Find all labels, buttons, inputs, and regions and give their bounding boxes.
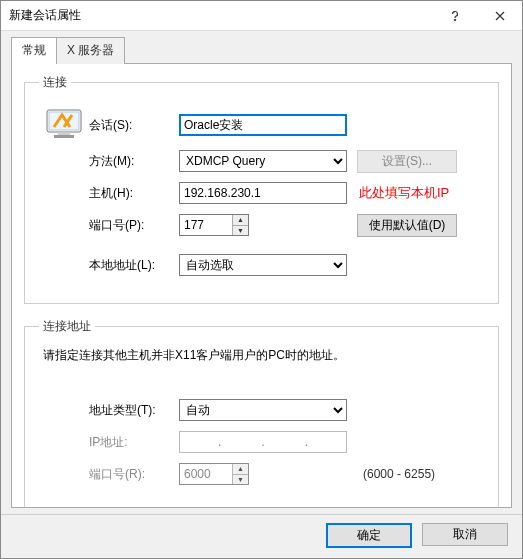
port-r-input: [180, 464, 232, 484]
method-label: 方法(M):: [89, 153, 179, 170]
address-type-label: 地址类型(T):: [89, 402, 179, 419]
help-icon: [449, 10, 461, 22]
group-connect-address-legend: 连接地址: [39, 318, 95, 335]
close-button[interactable]: [477, 1, 522, 31]
connect-address-desc: 请指定连接其他主机并非X11客户端用户的PC时的地址。: [43, 347, 484, 364]
group-connection-legend: 连接: [39, 74, 71, 91]
spin-up-icon: ▲: [233, 464, 248, 474]
port-input[interactable]: [180, 215, 232, 235]
host-input[interactable]: [179, 182, 347, 204]
port-range-note: (6000 - 6255): [363, 467, 435, 481]
host-label: 主机(H):: [89, 185, 179, 202]
port-r-spinner: ▲ ▼: [179, 463, 249, 485]
tab-page-general: 连接 会话(S):: [11, 63, 512, 508]
session-input[interactable]: [179, 114, 347, 136]
port-spinner[interactable]: ▲ ▼: [179, 214, 249, 236]
port-label: 端口号(P):: [89, 217, 179, 234]
local-address-select[interactable]: 自动选取: [179, 254, 347, 276]
settings-button: 设置(S)...: [357, 150, 457, 173]
ip-address-input: ...: [179, 431, 347, 453]
ok-button[interactable]: 确定: [326, 523, 412, 548]
address-type-select[interactable]: 自动: [179, 399, 347, 421]
group-connection: 连接 会话(S):: [24, 74, 499, 304]
help-button[interactable]: [432, 1, 477, 31]
window-title: 新建会话属性: [1, 7, 432, 24]
dialog-window: 新建会话属性 常规 X 服务器 连接: [0, 0, 523, 559]
use-default-button[interactable]: 使用默认值(D): [357, 214, 457, 237]
tab-general[interactable]: 常规: [11, 37, 57, 64]
group-connect-address: 连接地址 请指定连接其他主机并非X11客户端用户的PC时的地址。 地址类型(T)…: [24, 318, 499, 508]
svg-rect-4: [54, 135, 74, 138]
spin-down-icon: ▼: [233, 474, 248, 485]
spin-down-icon[interactable]: ▼: [233, 225, 248, 236]
port-r-label: 端口号(R):: [89, 466, 179, 483]
host-annotation: 此处填写本机IP: [359, 184, 449, 202]
close-icon: [495, 11, 505, 21]
tabstrip: 常规 X 服务器: [1, 37, 522, 63]
session-label: 会话(S):: [89, 117, 179, 134]
dialog-footer: 确定 取消: [1, 514, 522, 558]
svg-rect-2: [49, 112, 79, 130]
local-address-label: 本地地址(L):: [89, 257, 179, 274]
svg-rect-3: [58, 132, 70, 135]
cancel-button[interactable]: 取消: [422, 523, 508, 546]
titlebar: 新建会话属性: [1, 1, 522, 31]
session-icon: [46, 109, 82, 141]
ip-address-label: IP地址:: [89, 434, 179, 451]
tab-xserver[interactable]: X 服务器: [56, 37, 125, 64]
spin-up-icon[interactable]: ▲: [233, 215, 248, 225]
method-select[interactable]: XDMCP Query: [179, 150, 347, 172]
svg-point-0: [454, 19, 456, 21]
